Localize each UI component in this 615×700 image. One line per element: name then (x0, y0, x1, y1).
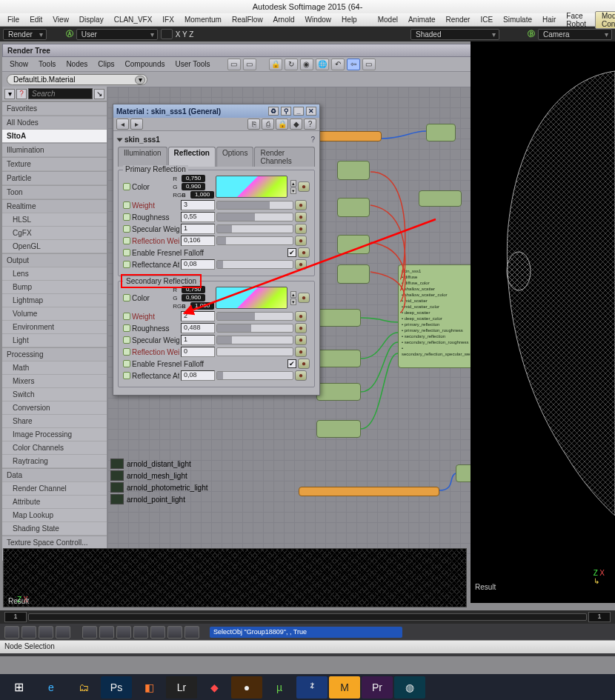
object-help-icon[interactable]: ? (310, 136, 315, 144)
menu-animate[interactable]: Animate (404, 15, 440, 24)
list-item[interactable]: arnold_mesh_light (127, 472, 187, 480)
grid5-icon[interactable] (184, 626, 199, 639)
sidebar-item[interactable]: Light (2, 334, 107, 347)
view-letter-b[interactable]: Ⓑ (528, 29, 535, 39)
view-user-combo[interactable]: User (76, 29, 158, 40)
marvelous-icon[interactable]: M (329, 676, 360, 699)
cycle-icon[interactable]: ◉ (300, 59, 313, 70)
sidebar-item[interactable]: HLSL (2, 213, 107, 227)
snap2-icon[interactable] (99, 626, 114, 639)
list-item[interactable]: arnold_photometric_light (127, 484, 208, 492)
timeline-end[interactable]: 1 (588, 612, 611, 622)
bridge-icon[interactable]: ◆ (199, 676, 230, 699)
keyframe-icon[interactable] (123, 336, 130, 344)
menu-facerobot[interactable]: Face Robot (562, 11, 591, 29)
search-input[interactable]: Search (28, 88, 93, 99)
color-swatch[interactable] (216, 176, 287, 198)
sidebar-item[interactable]: Output (2, 253, 107, 267)
graph-node[interactable] (316, 309, 361, 327)
connect-icon[interactable]: ● (295, 323, 307, 333)
graph-node[interactable] (316, 420, 361, 438)
grid2-icon[interactable] (56, 626, 70, 639)
graph-node[interactable] (337, 235, 370, 254)
snap3-icon[interactable] (116, 626, 131, 639)
utorrent-icon[interactable]: µ (264, 676, 295, 699)
photoshop-icon[interactable]: Ps (101, 676, 132, 699)
sidebar-item[interactable]: Share (2, 415, 107, 428)
start-button[interactable]: ⊞ (3, 676, 34, 699)
connect-icon[interactable]: ● (298, 247, 310, 258)
rt-nodes[interactable]: Nodes (62, 59, 92, 69)
sidebar-item[interactable]: Conversion (2, 401, 107, 415)
prev-icon[interactable]: ◂ (116, 119, 129, 130)
forward-arrow-icon[interactable]: ▭ (362, 59, 376, 70)
param-value-input[interactable]: 1 (181, 224, 215, 234)
graph-node[interactable] (299, 487, 439, 496)
menu-window[interactable]: Window (301, 15, 336, 24)
sidebar-item[interactable]: Processing (2, 347, 107, 361)
menu-render[interactable]: Render (442, 15, 475, 24)
timeline-track[interactable] (28, 613, 587, 621)
keyframe-icon[interactable] (123, 372, 130, 379)
keyframe-icon[interactable] (123, 360, 130, 367)
rt-usertools[interactable]: User Tools (170, 59, 214, 69)
connect-icon[interactable]: ● (295, 236, 307, 246)
camera-viewport[interactable]: Result Z X↳ (471, 41, 615, 603)
graph-node[interactable] (337, 161, 370, 180)
sidebar-item[interactable]: SItoA (2, 130, 107, 143)
connect-icon[interactable]: ● (295, 347, 307, 357)
sidebar-item[interactable]: Color Channels (2, 441, 107, 455)
menu-ifx[interactable]: IFX (158, 15, 179, 24)
keyframe-icon[interactable] (123, 225, 130, 233)
material-select[interactable]: DefaultLib.Material ▾ (7, 74, 147, 85)
keyframe-icon[interactable] (123, 261, 130, 268)
connect-icon[interactable]: ● (295, 200, 307, 210)
sidebar-item[interactable]: Lightmap (2, 294, 107, 307)
graph-node[interactable] (316, 350, 361, 367)
tab-reflection[interactable]: Reflection (168, 147, 216, 167)
slider-track[interactable] (216, 336, 293, 344)
keyframe-icon[interactable] (123, 183, 130, 190)
sidebar-item[interactable]: Shading State (2, 522, 107, 536)
connect-icon[interactable]: ● (295, 224, 307, 234)
param-value-input[interactable]: 2 (181, 311, 215, 321)
graph-node[interactable] (337, 198, 370, 217)
checkbox[interactable]: ✔ (287, 359, 296, 368)
ppg-recycle-icon[interactable]: ♻ (268, 107, 279, 116)
keyframe-icon[interactable] (123, 348, 130, 356)
menu-hair[interactable]: Hair (538, 15, 560, 24)
undo-icon[interactable]: ↶ (331, 59, 345, 70)
rt-show[interactable]: Show (5, 59, 33, 69)
search-help-icon[interactable]: ? (16, 89, 27, 99)
menu-display[interactable]: Display (75, 15, 108, 24)
search-go-icon[interactable]: ↘ (94, 89, 104, 99)
sidebar-item[interactable]: CgFX (2, 227, 107, 240)
graph-node[interactable] (315, 131, 382, 141)
keyframe-icon[interactable] (123, 313, 130, 320)
snap1-icon[interactable] (82, 626, 97, 639)
grid3-icon[interactable] (150, 626, 165, 639)
expand-icon[interactable]: ▭ (243, 59, 256, 70)
sidebar-item[interactable]: All Nodes (2, 116, 107, 130)
collapse-icon[interactable]: ▭ (227, 59, 241, 70)
param-value-input[interactable]: 0,106 (181, 236, 215, 246)
sidebar-item[interactable]: Attribute (2, 496, 107, 509)
viewport-bottom[interactable]: Z X Result (3, 548, 467, 607)
lock-icon[interactable]: 🔒 (269, 59, 282, 70)
disclosure-icon[interactable] (117, 138, 123, 141)
keyframe-icon[interactable] (123, 324, 130, 332)
sidebar-item[interactable]: Toon (2, 185, 107, 199)
explorer-icon[interactable]: 🗂 (68, 676, 99, 699)
refresh-icon[interactable]: ↻ (285, 59, 298, 70)
ppg-titlebar[interactable]: Material : skin_sss1 (General) ♻ ⚲ _ ✕ (113, 104, 319, 118)
param-value-input[interactable]: 0,55 (181, 212, 215, 222)
connect-icon[interactable]: ● (295, 212, 307, 222)
lock-obj-icon[interactable]: 🔒 (276, 119, 288, 130)
graph-node[interactable] (337, 264, 370, 284)
premiere-icon[interactable]: Pr (362, 676, 393, 699)
connect-icon[interactable]: ● (295, 370, 307, 381)
param-value-input[interactable]: 0 (181, 347, 215, 357)
connect-icon[interactable]: ● (298, 181, 310, 192)
play-first-icon[interactable] (4, 626, 19, 639)
rt-tools[interactable]: Tools (34, 59, 60, 69)
